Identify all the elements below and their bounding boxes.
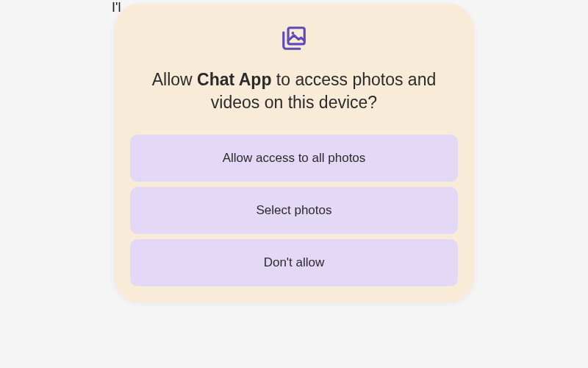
dont-allow-button[interactable]: Don't allow — [130, 239, 458, 286]
allow-all-button[interactable]: Allow access to all photos — [130, 135, 458, 182]
select-photos-button[interactable]: Select photos — [130, 187, 458, 234]
photos-stack-icon — [280, 24, 308, 55]
button-group: Allow access to all photos Select photos… — [130, 135, 458, 286]
title-prefix: Allow — [152, 70, 197, 89]
permission-dialog: Allow Chat App to access photos and vide… — [114, 4, 474, 302]
permission-title: Allow Chat App to access photos and vide… — [130, 68, 458, 114]
svg-point-1 — [292, 32, 295, 35]
app-name: Chat App — [197, 70, 271, 89]
